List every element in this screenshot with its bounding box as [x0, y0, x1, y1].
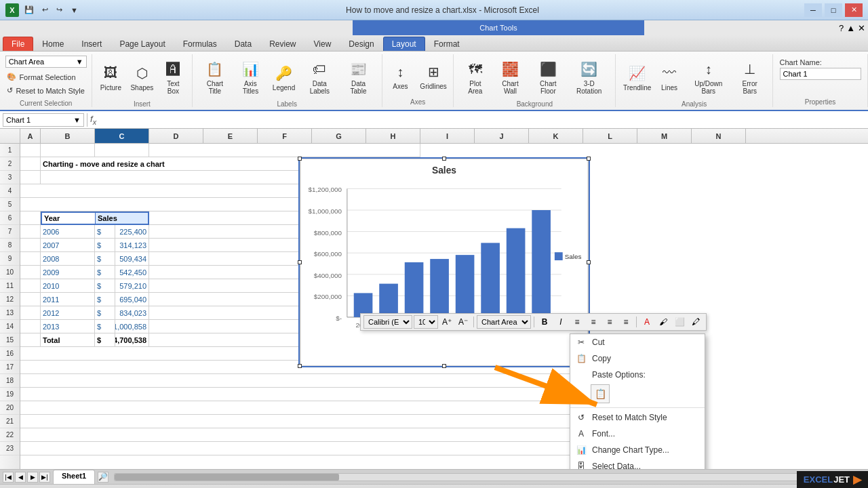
horizontal-scrollbar[interactable] — [108, 470, 868, 484]
cell-c14-amount[interactable]: 1,000,858 — [115, 320, 149, 333]
cell-c15-dollar[interactable]: $ — [95, 333, 115, 347]
cell-c8-dollar[interactable]: $ — [95, 239, 115, 252]
chart-container[interactable]: Sales $1,200,000 $1,000,000 $800,000 $60… — [298, 157, 590, 367]
shrink-font-button[interactable]: A⁻ — [456, 315, 471, 329]
ctx-cut[interactable]: ✂ Cut — [570, 334, 705, 350]
tab-formulas[interactable]: Formulas — [174, 37, 226, 51]
error-bars-button[interactable]: ⊥ Error Bars — [732, 56, 767, 98]
chart-handle-topleft[interactable] — [298, 157, 302, 161]
format-painter-button[interactable]: 🖍 — [688, 315, 703, 329]
cell-c6[interactable]: Sales — [95, 211, 149, 225]
col-header-h[interactable]: H — [366, 129, 420, 143]
picture-button[interactable]: 🖼 Picture — [96, 60, 125, 94]
cell-b6[interactable]: Year — [41, 211, 95, 225]
col-header-g[interactable]: G — [312, 129, 366, 143]
col-header-n[interactable]: N — [692, 129, 746, 143]
cell-d1[interactable] — [149, 144, 420, 157]
cell-row22[interactable] — [20, 428, 631, 442]
tab-home[interactable]: Home — [33, 37, 73, 51]
cell-a2[interactable] — [20, 157, 41, 171]
col-header-j[interactable]: J — [475, 129, 529, 143]
legend-button[interactable]: 🔑 Legend — [269, 60, 299, 94]
h-scrollbar-track[interactable] — [114, 473, 863, 481]
tab-review[interactable]: Review — [260, 37, 304, 51]
cell-a10[interactable] — [20, 266, 41, 279]
maximize-button[interactable]: □ — [825, 3, 842, 17]
cell-a12[interactable] — [20, 293, 41, 306]
3d-rotation-button[interactable]: 🔄 3-D Rotation — [568, 56, 610, 98]
tab-data[interactable]: Data — [226, 37, 260, 51]
cell-c10-dollar[interactable]: $ — [95, 266, 115, 279]
cell-c7-amount[interactable]: 225,400 — [115, 225, 149, 239]
col-header-i[interactable]: I — [420, 129, 475, 143]
cell-a14[interactable] — [20, 320, 41, 333]
cell-b15[interactable]: Total — [41, 333, 95, 347]
cell-row18[interactable] — [20, 374, 631, 388]
ctx-font[interactable]: A Font... — [570, 426, 705, 442]
tab-file[interactable]: File — [3, 37, 33, 51]
chart-floor-button[interactable]: ⬛ Chart Floor — [530, 56, 568, 98]
cell-b9[interactable]: 2008 — [41, 252, 95, 266]
customize-qat-button[interactable]: ▼ — [68, 5, 81, 16]
data-table-button[interactable]: 📰 Data Table — [340, 56, 376, 98]
cell-b8[interactable]: 2007 — [41, 239, 95, 252]
trendline-button[interactable]: 📈 Trendline — [621, 60, 653, 94]
cell-c12-dollar[interactable]: $ — [95, 293, 115, 306]
chart-handle-topright[interactable] — [587, 157, 591, 161]
font-size-select[interactable]: 10 — [414, 315, 438, 329]
chart-handle-top[interactable] — [442, 157, 446, 161]
text-box-button[interactable]: 🅰 Text Box — [158, 56, 188, 98]
cell-row21[interactable] — [20, 415, 631, 428]
cell-b2[interactable]: Charting - move and resize a chart — [41, 157, 312, 171]
col-header-m[interactable]: M — [637, 129, 692, 143]
col-header-b[interactable]: B — [41, 129, 95, 143]
tab-format[interactable]: Format — [425, 37, 469, 51]
grow-font-button[interactable]: A⁺ — [439, 315, 454, 329]
chart-name-input[interactable] — [780, 68, 861, 80]
sheet-nav-first[interactable]: |◀ — [3, 472, 14, 483]
name-box[interactable]: Chart 1 ▼ — [3, 113, 84, 127]
align-right-button[interactable]: ≡ — [602, 315, 617, 329]
cell-a7[interactable] — [20, 225, 41, 239]
add-sheet-button[interactable]: 🔎 — [98, 472, 108, 483]
lines-button[interactable]: 〰 Lines — [654, 60, 684, 94]
cell-b13[interactable]: 2012 — [41, 306, 95, 320]
cell-b12[interactable]: 2011 — [41, 293, 95, 306]
tab-view[interactable]: View — [305, 37, 340, 51]
align-center-button[interactable]: ≡ — [586, 315, 601, 329]
ribbon-minimize-button[interactable]: ▲ — [846, 23, 855, 33]
col-header-f[interactable]: F — [258, 129, 312, 143]
cell-c10-amount[interactable]: 542,450 — [115, 266, 149, 279]
italic-button[interactable]: I — [553, 315, 568, 329]
sheet-tab-sheet1[interactable]: Sheet1 — [53, 470, 95, 484]
cell-a11[interactable] — [20, 279, 41, 293]
cell-a9[interactable] — [20, 252, 41, 266]
cell-c13-dollar[interactable]: $ — [95, 306, 115, 320]
cell-row20[interactable] — [20, 401, 631, 415]
cell-a13[interactable] — [20, 306, 41, 320]
ctx-change-chart-type[interactable]: 📊 Change Chart Type... — [570, 442, 705, 458]
font-family-select[interactable]: Calibri (E — [363, 315, 412, 329]
cell-c12-amount[interactable]: 695,040 — [115, 293, 149, 306]
cell-c11-dollar[interactable]: $ — [95, 279, 115, 293]
cell-b11[interactable]: 2010 — [41, 279, 95, 293]
tab-insert[interactable]: Insert — [73, 37, 111, 51]
minimize-button[interactable]: ─ — [804, 3, 822, 17]
close-excel-button[interactable]: ✕ — [858, 23, 865, 33]
chart-element-dropdown[interactable]: Chart Area ▼ — [5, 56, 87, 68]
tab-design[interactable]: Design — [340, 37, 382, 51]
cell-c15-amount[interactable]: 4,700,538 — [115, 333, 149, 347]
cell-b1[interactable] — [41, 144, 95, 157]
cell-row23[interactable] — [20, 442, 631, 455]
cell-a3[interactable] — [20, 171, 41, 184]
cell-b10[interactable]: 2009 — [41, 266, 95, 279]
cell-b14[interactable]: 2013 — [41, 320, 95, 333]
cell-c9-amount[interactable]: 509,434 — [115, 252, 149, 266]
chart-handle-bottomleft[interactable] — [298, 364, 302, 368]
col-header-a[interactable]: A — [20, 129, 41, 143]
cell-c8-amount[interactable]: 314,123 — [115, 239, 149, 252]
bold-button[interactable]: B — [537, 315, 552, 329]
chart-handle-left[interactable] — [298, 260, 302, 264]
chart-handle-right[interactable] — [587, 260, 591, 264]
chart-area-select[interactable]: Chart Area — [477, 315, 531, 329]
